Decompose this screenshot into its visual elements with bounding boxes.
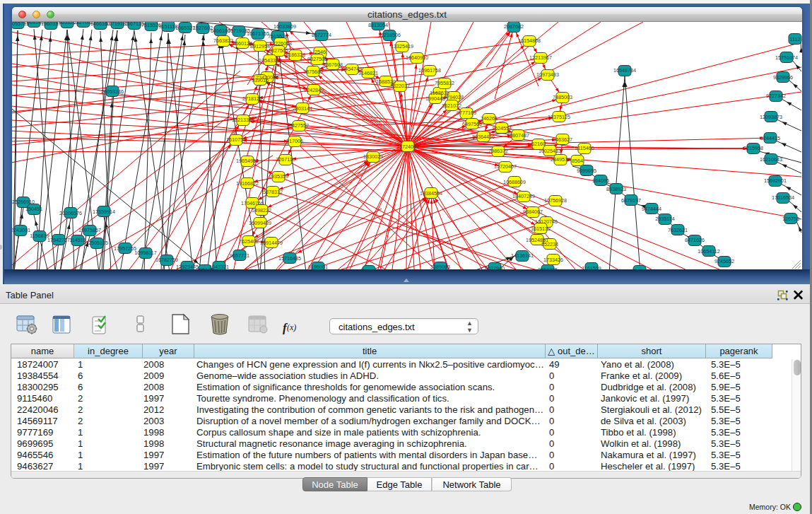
- svg-text:16782759: 16782759: [155, 257, 178, 263]
- svg-text:9115460: 9115460: [575, 145, 594, 151]
- svg-text:8186328: 8186328: [286, 52, 305, 58]
- svg-text:8660124: 8660124: [233, 40, 252, 47]
- svg-text:16120746: 16120746: [535, 218, 558, 225]
- svg-text:17957255: 17957255: [114, 245, 136, 252]
- svg-text:1830029: 1830029: [363, 153, 383, 160]
- svg-text:16154808: 16154808: [518, 37, 541, 44]
- svg-text:13325419: 13325419: [391, 43, 413, 49]
- svg-text:19975857: 19975857: [78, 227, 101, 233]
- svg-text:126753: 126753: [782, 216, 799, 222]
- svg-text:16548784: 16548784: [613, 67, 636, 74]
- svg-text:9329966: 9329966: [773, 74, 793, 81]
- svg-text:7986372: 7986372: [488, 148, 508, 154]
- svg-text:19218506: 19218506: [378, 32, 401, 38]
- svg-text:1610755: 1610755: [226, 136, 246, 143]
- svg-text:1161559: 1161559: [582, 265, 601, 269]
- svg-text:8912954: 8912954: [250, 43, 270, 49]
- svg-text:16671355: 16671355: [247, 30, 269, 37]
- svg-text:10654112: 10654112: [698, 248, 719, 255]
- svg-text:3624554: 3624554: [492, 125, 512, 132]
- svg-text:10543382: 10543382: [259, 57, 281, 64]
- svg-text:2367608: 2367608: [323, 62, 343, 68]
- svg-text:1112: 1112: [790, 36, 801, 42]
- svg-text:9474444: 9474444: [642, 206, 661, 212]
- svg-text:1156819: 1156819: [30, 233, 49, 239]
- svg-text:16210643: 16210643: [760, 156, 782, 163]
- svg-text:8637940: 8637940: [485, 265, 505, 269]
- svg-text:8572774: 8572774: [312, 32, 331, 38]
- svg-text:6497568: 6497568: [462, 121, 482, 127]
- svg-text:164095: 164095: [592, 177, 609, 184]
- svg-text:62160: 62160: [531, 141, 546, 147]
- svg-text:9699695: 9699695: [577, 168, 596, 174]
- svg-text:12505135: 12505135: [86, 240, 108, 246]
- svg-text:4078161: 4078161: [630, 268, 649, 269]
- svg-text:13226058: 13226058: [269, 40, 292, 47]
- svg-text:2849579: 2849579: [551, 156, 570, 163]
- svg-text:8471626: 8471626: [685, 237, 705, 243]
- svg-text:12375125: 12375125: [548, 114, 570, 120]
- svg-text:1527602: 1527602: [193, 25, 213, 31]
- svg-text:10973493: 10973493: [536, 71, 559, 78]
- svg-text:1935359: 1935359: [269, 173, 288, 180]
- svg-text:8564: 8564: [572, 158, 583, 164]
- svg-text:9657771: 9657771: [230, 252, 249, 259]
- svg-text:7625402: 7625402: [239, 238, 259, 245]
- svg-text:19384554: 19384554: [420, 190, 442, 197]
- svg-text:9242848: 9242848: [304, 87, 324, 93]
- svg-text:9777169: 9777169: [457, 110, 476, 116]
- svg-text:3267110: 3267110: [276, 156, 295, 163]
- svg-text:18407249: 18407249: [512, 193, 535, 199]
- svg-text:14136141: 14136141: [511, 252, 534, 259]
- svg-text:26053346: 26053346: [101, 88, 124, 95]
- svg-text:2718126: 2718126: [242, 95, 262, 102]
- svg-text:2243001: 2243001: [12, 227, 30, 233]
- svg-text:9227342: 9227342: [766, 93, 786, 99]
- svg-text:(x): (x): [287, 322, 296, 332]
- svg-text:10961758: 10961758: [418, 67, 441, 74]
- svg-text:7515526: 7515526: [268, 33, 288, 40]
- svg-text:15720407: 15720407: [494, 163, 517, 170]
- svg-text:9463627: 9463627: [553, 136, 572, 143]
- svg-text:746266: 746266: [481, 115, 498, 122]
- svg-text:2654235: 2654235: [538, 267, 558, 269]
- svg-text:16099489: 16099489: [249, 220, 271, 226]
- svg-text:8938923: 8938923: [606, 186, 626, 192]
- svg-text:6879197: 6879197: [621, 197, 641, 204]
- svg-text:15692901: 15692901: [764, 177, 787, 184]
- svg-text:10958117: 10958117: [134, 250, 156, 256]
- svg-text:20206576: 20206576: [59, 210, 82, 216]
- svg-text:16640910: 16640910: [406, 54, 428, 61]
- svg-text:8196001: 8196001: [308, 264, 328, 269]
- svg-text:12093873: 12093873: [760, 114, 782, 120]
- svg-text:17046766: 17046766: [241, 200, 264, 206]
- svg-text:1292344: 1292344: [359, 268, 379, 269]
- svg-text:17942717: 17942717: [47, 237, 70, 243]
- svg-text:3215958: 3215958: [743, 145, 763, 151]
- svg-text:10025433: 10025433: [539, 148, 561, 154]
- svg-text:1733426: 1733426: [543, 257, 563, 263]
- svg-text:1043321: 1043321: [209, 264, 229, 269]
- svg-text:12213369: 12213369: [232, 117, 254, 123]
- svg-text:12213967: 12213967: [529, 54, 552, 61]
- svg-text:150451: 150451: [25, 206, 42, 212]
- svg-text:8813054: 8813054: [368, 22, 388, 28]
- svg-text:9146821: 9146821: [358, 70, 378, 76]
- svg-text:3875685: 3875685: [303, 69, 323, 75]
- svg-text:2935114: 2935114: [655, 216, 674, 222]
- svg-text:7955812: 7955812: [435, 80, 454, 86]
- svg-text:114519: 114519: [69, 237, 86, 243]
- svg-text:917006: 917006: [286, 138, 303, 144]
- svg-text:1065327: 1065327: [175, 25, 195, 31]
- svg-text:1615132: 1615132: [531, 226, 551, 232]
- svg-text:5878312: 5878312: [263, 189, 283, 195]
- svg-text:2546: 2546: [314, 49, 326, 55]
- svg-text:3389083: 3389083: [430, 264, 450, 269]
- svg-text:12923445: 12923445: [176, 264, 199, 269]
- svg-text:17016534: 17016534: [772, 194, 794, 201]
- svg-text:17359914: 17359914: [93, 209, 115, 215]
- svg-text:10756928: 10756928: [544, 197, 567, 204]
- svg-text:15751074: 15751074: [775, 54, 798, 61]
- svg-text:10688609: 10688609: [503, 179, 526, 185]
- svg-text:16033809: 16033809: [273, 23, 296, 30]
